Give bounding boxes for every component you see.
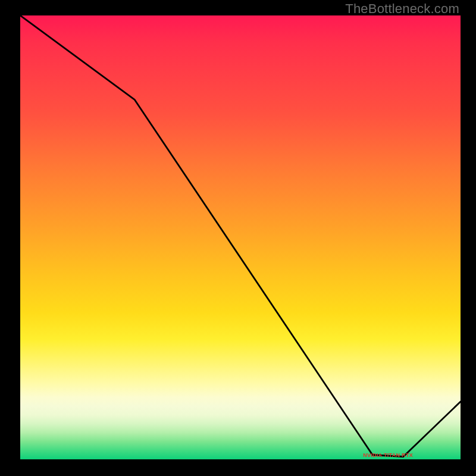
plot-area: NVIDIA TITAN RTX bbox=[20, 15, 461, 459]
gpu-annotation: NVIDIA TITAN RTX bbox=[363, 452, 413, 458]
bottleneck-curve bbox=[20, 15, 461, 457]
line-chart-svg bbox=[20, 15, 461, 459]
watermark-text: TheBottleneck.com bbox=[345, 1, 459, 17]
chart-container: TheBottleneck.com NVIDIA TITAN RTX bbox=[0, 0, 476, 476]
